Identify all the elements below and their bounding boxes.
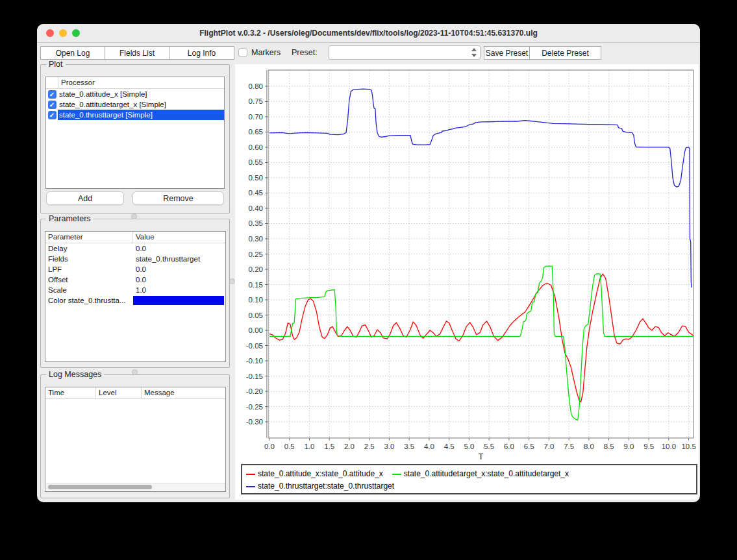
processor-table-header: Processor (46, 77, 224, 89)
app-window: FlightPlot v.0.3.2 - /Users/oleg/Documen… (37, 24, 700, 502)
processor-table[interactable]: Processor ✓state_0.attitude_x [Simple]✓s… (45, 77, 225, 189)
add-button[interactable]: Add (46, 191, 124, 205)
svg-text:10.5: 10.5 (681, 443, 695, 450)
splitter-handle-icon[interactable] (132, 369, 138, 375)
parameter-row[interactable]: LPF0.0 (45, 264, 225, 274)
stepper-icon[interactable] (471, 48, 477, 57)
legend-line-swatch (392, 474, 401, 475)
svg-text:0.0: 0.0 (264, 443, 275, 450)
svg-text:0.25: 0.25 (249, 250, 263, 258)
processor-row-label[interactable]: state_0.attitude_x [Simple] (58, 89, 224, 99)
open-log-button[interactable]: Open Log (40, 46, 105, 60)
parameter-column-header: Parameter (45, 232, 132, 243)
horizontal-scrollbar[interactable] (46, 483, 225, 491)
processor-row[interactable]: ✓state_0.attitude_x [Simple] (46, 89, 224, 99)
row-checkbox[interactable]: ✓ (48, 101, 56, 109)
checkbox-cell: ✓ (46, 90, 58, 99)
parameter-value[interactable]: 1.0 (132, 285, 225, 295)
svg-text:0.10: 0.10 (249, 296, 263, 304)
log-table-header: Time Level Message (45, 387, 225, 399)
svg-text:2.0: 2.0 (344, 443, 355, 450)
legend-line-swatch (246, 486, 255, 487)
svg-text:0.05: 0.05 (249, 311, 263, 319)
svg-text:8.5: 8.5 (604, 443, 614, 450)
svg-text:0.65: 0.65 (249, 128, 263, 136)
plot-panel: Plot Processor ✓state_0.attitude_x [Simp… (40, 64, 230, 213)
svg-text:-0.15: -0.15 (246, 372, 263, 380)
log-info-button[interactable]: Log Info (169, 46, 234, 60)
svg-text:7.5: 7.5 (564, 443, 574, 450)
legend-item: state_0.thrusttarget:state_0.thrusttarge… (246, 480, 394, 493)
processor-row-label[interactable]: state_0.thrusttarget [Simple] (58, 110, 224, 120)
processor-row-label[interactable]: state_0.attitudetarget_x [Simple] (58, 99, 224, 110)
markers-label: Markers (251, 46, 281, 60)
color-value-cell[interactable] (132, 295, 225, 306)
log-messages-panel: Log Messages Time Level Message (40, 374, 230, 498)
parameter-row[interactable]: Scale1.0 (45, 285, 225, 295)
svg-text:-0.05: -0.05 (246, 342, 263, 350)
svg-text:0.15: 0.15 (249, 281, 263, 289)
parameter-color-row[interactable]: Color state_0.thrustta... (45, 295, 225, 306)
legend-row: state_0.attitude_x:state_0.attitude_xsta… (246, 468, 692, 480)
svg-text:4.5: 4.5 (444, 443, 455, 450)
parameter-row[interactable]: Fieldsstate_0.thrusttarget (45, 254, 225, 264)
remove-button[interactable]: Remove (132, 191, 224, 205)
svg-text:0.40: 0.40 (249, 204, 263, 212)
svg-text:0.80: 0.80 (249, 82, 263, 90)
splitter-handle-icon[interactable] (229, 278, 235, 284)
svg-text:10.0: 10.0 (662, 443, 676, 450)
svg-text:0.50: 0.50 (249, 174, 263, 182)
svg-text:3.5: 3.5 (404, 443, 414, 450)
svg-text:0.75: 0.75 (249, 97, 263, 105)
plot-panel-title: Plot (46, 60, 66, 69)
parameter-row[interactable]: Offset0.0 (45, 274, 225, 285)
svg-text:8.0: 8.0 (584, 443, 594, 450)
parameter-value[interactable]: state_0.thrusttarget (132, 254, 225, 264)
row-checkbox[interactable]: ✓ (48, 90, 56, 99)
delete-preset-button[interactable]: Delete Preset (529, 46, 601, 60)
parameter-name: Color state_0.thrustta... (45, 295, 132, 306)
svg-text:0.00: 0.00 (249, 326, 263, 334)
svg-text:3.0: 3.0 (384, 443, 394, 450)
parameter-name: Offset (45, 274, 132, 285)
svg-text:7.0: 7.0 (543, 443, 554, 450)
legend-item: state_0.attitudetarget_x:state_0.attitud… (392, 468, 569, 480)
processor-row[interactable]: ✓state_0.thrusttarget [Simple] (46, 110, 224, 120)
svg-text:2.5: 2.5 (364, 443, 375, 450)
fields-list-button[interactable]: Fields List (105, 46, 169, 60)
scrollbar-thumb[interactable] (48, 485, 152, 489)
legend-label: state_0.thrusttarget:state_0.thrusttarge… (258, 480, 394, 493)
parameter-value[interactable]: 0.0 (132, 264, 225, 274)
processor-row[interactable]: ✓state_0.attitudetarget_x [Simple] (46, 99, 224, 110)
legend-label: state_0.attitudetarget_x:state_0.attitud… (404, 468, 569, 480)
markers-checkbox[interactable] (238, 48, 247, 57)
svg-text:-0.10: -0.10 (246, 357, 263, 365)
window-title: FlightPlot v.0.3.2 - /Users/oleg/Documen… (89, 24, 648, 42)
parameters-panel: Parameters Parameter Value Delay0.0Field… (40, 219, 230, 368)
preset-combobox[interactable] (329, 45, 481, 60)
color-swatch[interactable] (133, 296, 224, 305)
row-checkbox[interactable]: ✓ (48, 111, 56, 119)
value-column-header: Value (132, 232, 225, 243)
svg-text:-0.25: -0.25 (246, 403, 263, 411)
svg-text:6.0: 6.0 (504, 443, 514, 450)
chart-panel[interactable]: 0.800.750.700.650.600.550.500.450.400.35… (235, 64, 699, 500)
svg-text:-0.30: -0.30 (246, 418, 263, 426)
svg-text:4.0: 4.0 (424, 443, 434, 450)
save-preset-button[interactable]: Save Preset (484, 46, 530, 60)
svg-text:9.0: 9.0 (623, 443, 634, 450)
minimize-window-button[interactable] (59, 29, 67, 37)
legend-label: state_0.attitude_x:state_0.attitude_x (258, 468, 383, 480)
parameters-table[interactable]: Parameter Value Delay0.0Fieldsstate_0.th… (45, 231, 226, 362)
svg-text:0.20: 0.20 (249, 265, 263, 273)
splitter-handle-icon[interactable] (131, 213, 137, 219)
titlebar: FlightPlot v.0.3.2 - /Users/oleg/Documen… (37, 24, 700, 43)
plot-canvas[interactable]: 0.800.750.700.650.600.550.500.450.400.35… (235, 64, 699, 461)
zoom-window-button[interactable] (72, 29, 80, 37)
close-window-button[interactable] (46, 29, 54, 37)
parameter-value[interactable]: 0.0 (132, 274, 225, 285)
parameter-row[interactable]: Delay0.0 (45, 243, 225, 254)
parameter-value[interactable]: 0.0 (132, 243, 225, 254)
svg-text:0.60: 0.60 (249, 143, 263, 151)
log-messages-table[interactable]: Time Level Message (45, 387, 226, 492)
